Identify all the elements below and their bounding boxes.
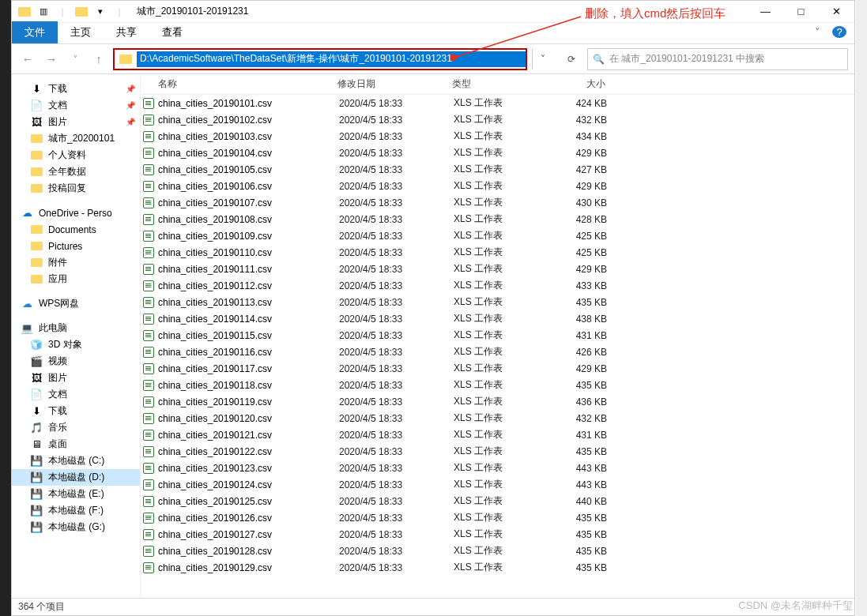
help-icon[interactable]: ?	[832, 26, 846, 38]
nav-tree: ⬇下载📌📄文档📌🖼图片📌城市_20200101个人资料全年数据投稿回复 ☁ On…	[12, 74, 141, 598]
file-type: XLS 工作表	[454, 478, 547, 491]
file-row[interactable]: china_cities_20190120.csv2020/4/5 18:33X…	[141, 410, 854, 426]
qat-save-icon[interactable]: ▥	[36, 4, 51, 20]
address-dropdown-button[interactable]: ˅	[532, 49, 552, 69]
sidebar-item[interactable]: 📄文档📌	[12, 97, 140, 114]
header-type[interactable]: 类型	[452, 77, 545, 91]
sidebar-item[interactable]: 🎵音乐	[12, 419, 140, 436]
file-row[interactable]: china_cities_20190109.csv2020/4/5 18:33X…	[141, 227, 854, 244]
file-row[interactable]: china_cities_20190106.csv2020/4/5 18:33X…	[141, 178, 854, 194]
sidebar-item[interactable]: 应用	[12, 271, 140, 287]
this-pc-node[interactable]: 💻 此电脑	[12, 320, 140, 336]
file-size: 434 KB	[547, 131, 607, 142]
header-name[interactable]: 名称	[141, 77, 337, 91]
sidebar-item[interactable]: 💾本地磁盘 (C:)	[12, 453, 140, 469]
file-row[interactable]: china_cities_20190115.csv2020/4/5 18:33X…	[141, 327, 854, 344]
sidebar-item[interactable]: 🧊3D 对象	[12, 336, 140, 353]
file-size: 443 KB	[547, 479, 607, 490]
sidebar-item[interactable]: 📄文档	[12, 386, 140, 403]
file-row[interactable]: china_cities_20190118.csv2020/4/5 18:33X…	[141, 377, 854, 393]
wps-node[interactable]: ☁ WPS网盘	[12, 295, 140, 312]
file-row[interactable]: china_cities_20190112.csv2020/4/5 18:33X…	[141, 277, 854, 294]
file-row[interactable]: china_cities_20190110.csv2020/4/5 18:33X…	[141, 244, 854, 261]
cloud-icon: ☁	[20, 298, 34, 310]
sidebar-item[interactable]: Pictures	[12, 238, 140, 254]
up-button[interactable]: ↑	[89, 50, 108, 69]
qat-folder-icon[interactable]	[74, 4, 89, 20]
file-row[interactable]: china_cities_20190102.csv2020/4/5 18:33X…	[141, 111, 854, 128]
header-date[interactable]: 修改日期	[337, 77, 452, 91]
external-edge-left	[0, 0, 11, 616]
file-row[interactable]: china_cities_20190116.csv2020/4/5 18:33X…	[141, 344, 854, 360]
maximize-button[interactable]: □	[783, 1, 819, 23]
file-size: 435 KB	[547, 562, 607, 573]
file-row[interactable]: china_cities_20190124.csv2020/4/5 18:33X…	[141, 476, 854, 493]
sidebar-item-label: 音乐	[48, 421, 67, 434]
back-button[interactable]: ←	[18, 50, 37, 69]
file-row[interactable]: china_cities_20190121.csv2020/4/5 18:33X…	[141, 426, 854, 443]
csv-icon	[142, 296, 155, 309]
minimize-button[interactable]: —	[748, 1, 783, 23]
sidebar-item[interactable]: ⬇下载	[12, 403, 140, 419]
file-row[interactable]: china_cities_20190103.csv2020/4/5 18:33X…	[141, 128, 854, 145]
header-size[interactable]: 大小	[545, 77, 605, 91]
file-row[interactable]: china_cities_20190126.csv2020/4/5 18:33X…	[141, 509, 854, 526]
file-row[interactable]: china_cities_20190101.csv2020/4/5 18:33X…	[141, 95, 854, 111]
file-row[interactable]: china_cities_20190108.csv2020/4/5 18:33X…	[141, 211, 854, 227]
address-bar-highlighted[interactable]	[113, 48, 527, 70]
sidebar-item[interactable]: 个人资料	[12, 147, 140, 163]
sidebar-item-label: WPS网盘	[39, 297, 79, 310]
file-date: 2020/4/5 18:33	[339, 529, 454, 540]
sidebar-item[interactable]: 附件	[12, 254, 140, 271]
file-row[interactable]: china_cities_20190127.csv2020/4/5 18:33X…	[141, 526, 854, 543]
file-type: XLS 工作表	[454, 378, 547, 392]
tab-view[interactable]: 查看	[149, 21, 195, 43]
file-size: 432 KB	[547, 115, 607, 126]
file-row[interactable]: china_cities_20190111.csv2020/4/5 18:33X…	[141, 261, 854, 277]
sidebar-item[interactable]: 🎬视频	[12, 353, 140, 370]
file-row[interactable]: china_cities_20190114.csv2020/4/5 18:33X…	[141, 310, 854, 327]
file-type: XLS 工作表	[454, 96, 547, 110]
file-row[interactable]: china_cities_20190128.csv2020/4/5 18:33X…	[141, 543, 854, 559]
address-input[interactable]	[137, 51, 526, 67]
csv-icon	[142, 562, 155, 574]
sidebar-item-label: 图片	[48, 371, 67, 385]
sidebar-item[interactable]: 💾本地磁盘 (G:)	[12, 519, 140, 535]
file-row[interactable]: china_cities_20190129.csv2020/4/5 18:33X…	[141, 559, 854, 576]
sidebar-item[interactable]: 💾本地磁盘 (F:)	[12, 502, 140, 519]
sidebar-item[interactable]: 全年数据	[12, 163, 140, 180]
file-row[interactable]: china_cities_20190119.csv2020/4/5 18:33X…	[141, 393, 854, 410]
recent-locations-button[interactable]: ˅	[66, 50, 85, 69]
file-row[interactable]: china_cities_20190107.csv2020/4/5 18:33X…	[141, 194, 854, 211]
forward-button[interactable]: →	[42, 50, 61, 69]
file-name: china_cities_20190108.csv	[158, 214, 339, 225]
file-row[interactable]: china_cities_20190122.csv2020/4/5 18:33X…	[141, 443, 854, 460]
sidebar-item[interactable]: ⬇下载📌	[12, 81, 140, 97]
file-name: china_cities_20190113.csv	[158, 297, 339, 308]
file-row[interactable]: china_cities_20190123.csv2020/4/5 18:33X…	[141, 460, 854, 476]
refresh-button[interactable]: ⟳	[560, 48, 582, 70]
file-row[interactable]: china_cities_20190117.csv2020/4/5 18:33X…	[141, 360, 854, 377]
sidebar-item[interactable]: 🖼图片	[12, 370, 140, 386]
tab-share[interactable]: 共享	[104, 21, 149, 43]
sidebar-item[interactable]: 💾本地磁盘 (E:)	[12, 486, 140, 502]
sidebar-item[interactable]: 🖥桌面	[12, 436, 140, 453]
tab-home[interactable]: 主页	[58, 21, 104, 43]
sidebar-item[interactable]: 城市_20200101	[12, 130, 140, 147]
file-row[interactable]: china_cities_20190104.csv2020/4/5 18:33X…	[141, 145, 854, 161]
sidebar-item[interactable]: 🖼图片📌	[12, 114, 140, 130]
file-row[interactable]: china_cities_20190105.csv2020/4/5 18:33X…	[141, 161, 854, 178]
ribbon-expand-icon[interactable]: ˅	[810, 26, 824, 38]
qat-dropdown-icon[interactable]: ▾	[92, 4, 108, 20]
search-box[interactable]: 🔍 在 城市_20190101-20191231 中搜索	[587, 48, 848, 70]
sidebar-item[interactable]: Documents	[12, 221, 140, 238]
sidebar-item[interactable]: 投稿回复	[12, 180, 140, 197]
onedrive-node[interactable]: ☁ OneDrive - Perso	[12, 205, 140, 221]
search-placeholder: 在 城市_20190101-20191231 中搜索	[609, 52, 842, 66]
sidebar-item[interactable]: 💾本地磁盘 (D:)	[12, 469, 140, 486]
file-size: 429 KB	[547, 264, 607, 275]
file-row[interactable]: china_cities_20190113.csv2020/4/5 18:33X…	[141, 294, 854, 310]
tab-file[interactable]: 文件	[12, 21, 58, 43]
close-button[interactable]: ✕	[819, 1, 854, 23]
file-row[interactable]: china_cities_20190125.csv2020/4/5 18:33X…	[141, 493, 854, 509]
